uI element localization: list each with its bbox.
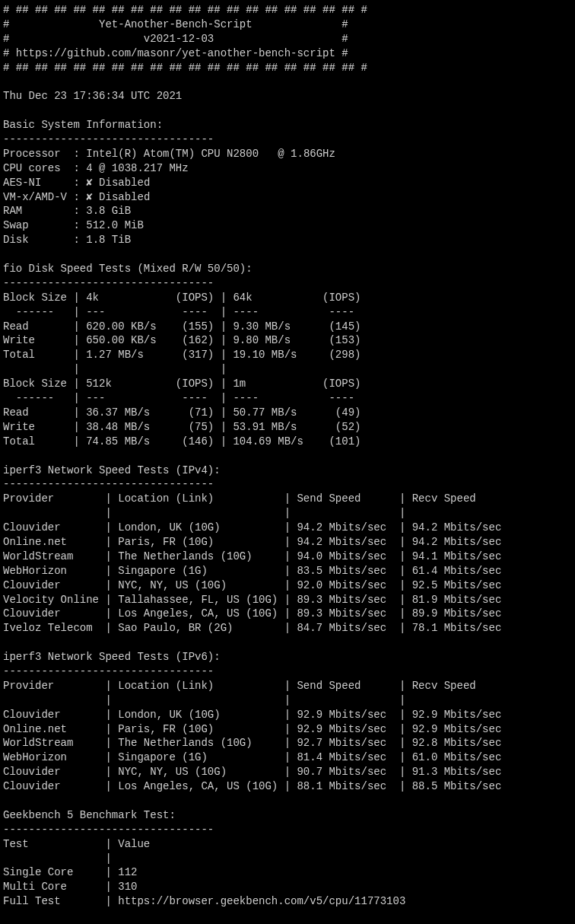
geekbench-full-test: Full Test | https://browser.geekbench.co… bbox=[3, 895, 405, 907]
run-timestamp: Thu Dec 23 17:36:34 UTC 2021 bbox=[3, 90, 182, 102]
geekbench-header: Geekbench 5 Benchmark Test: bbox=[3, 809, 176, 821]
iperf4-row: Clouvider | London, UK (10G) | 94.2 Mbit… bbox=[3, 521, 508, 534]
fio-write-2: Write | 38.48 MB/s (75) | 53.91 MB/s (52… bbox=[3, 421, 361, 433]
geekbench-dashes: --------------------------------- bbox=[3, 824, 214, 836]
geekbench-blank: | bbox=[3, 852, 310, 865]
iperf6-dashes: --------------------------------- bbox=[3, 665, 214, 677]
iperf4-row: Iveloz Telecom | Sao Paulo, BR (2G) | 84… bbox=[3, 622, 508, 634]
sysinfo-vmx: Disabled bbox=[99, 191, 150, 203]
geekbench-columns: Test | Value bbox=[3, 838, 310, 850]
iperf6-row: Online.net | Paris, FR (10G) | 92.9 Mbit… bbox=[3, 723, 508, 735]
iperf4-header: iperf3 Network Speed Tests (IPv4): bbox=[3, 464, 221, 476]
sysinfo-header: Basic System Information: bbox=[3, 119, 163, 131]
iperf6-row: Clouvider | Los Angeles, CA, US (10G) | … bbox=[3, 780, 508, 792]
iperf6-header: iperf3 Network Speed Tests (IPv6): bbox=[3, 651, 221, 663]
sysinfo-disk: 1.8 TiB bbox=[86, 234, 131, 246]
fio-blank-1: | | bbox=[3, 363, 361, 375]
terminal-output: # ## ## ## ## ## ## ## ## ## ## ## ## ##… bbox=[0, 0, 575, 912]
sysinfo-ram-label: RAM : bbox=[3, 205, 80, 217]
iperf4-row: Clouvider | NYC, NY, US (10G) | 92.0 Mbi… bbox=[3, 579, 508, 591]
sysinfo-dashes: --------------------------------- bbox=[3, 133, 214, 145]
sysinfo-aesni: Disabled bbox=[99, 177, 150, 189]
fio-dashes-1: ------ | --- ---- | ---- ---- bbox=[3, 306, 361, 318]
geekbench-single-core: Single Core | 112 bbox=[3, 866, 310, 878]
iperf6-blank: | | | bbox=[3, 694, 508, 706]
iperf4-row: Clouvider | Los Angeles, CA, US (10G) | … bbox=[3, 607, 508, 620]
fio-total-1: Total | 1.27 MB/s (317) | 19.10 MB/s (29… bbox=[3, 349, 361, 361]
geekbench-multi-core: Multi Core | 310 bbox=[3, 881, 310, 893]
banner-title: # Yet-Another-Bench-Script # bbox=[3, 18, 348, 30]
iperf4-row: Online.net | Paris, FR (10G) | 94.2 Mbit… bbox=[3, 536, 508, 548]
sysinfo-cores: 4 @ 1038.217 MHz bbox=[86, 162, 188, 174]
sysinfo-processor-label: Processor : bbox=[3, 148, 80, 160]
fio-block-header-2: Block Size | 512k (IOPS) | 1m (IOPS) bbox=[3, 378, 361, 390]
banner-border-top: # ## ## ## ## ## ## ## ## ## ## ## ## ##… bbox=[3, 4, 367, 16]
iperf6-row: WorldStream | The Netherlands (10G) | 92… bbox=[3, 737, 508, 749]
sysinfo-aesni-label: AES-NI : bbox=[3, 177, 80, 189]
fio-dashes-2: ------ | --- ---- | ---- ---- bbox=[3, 392, 361, 404]
sysinfo-ram: 3.8 GiB bbox=[86, 205, 131, 217]
fio-read-2: Read | 36.37 MB/s (71) | 50.77 MB/s (49) bbox=[3, 406, 361, 419]
cross-icon: ✘ bbox=[86, 191, 92, 203]
fio-read-1: Read | 620.00 KB/s (155) | 9.30 MB/s (14… bbox=[3, 320, 361, 333]
fio-total-2: Total | 74.85 MB/s (146) | 104.69 MB/s (… bbox=[3, 435, 361, 448]
iperf6-row: Clouvider | NYC, NY, US (10G) | 90.7 Mbi… bbox=[3, 766, 508, 778]
cross-icon: ✘ bbox=[86, 177, 92, 189]
banner-border-bottom: # ## ## ## ## ## ## ## ## ## ## ## ## ##… bbox=[3, 62, 367, 74]
fio-header: fio Disk Speed Tests (Mixed R/W 50/50): bbox=[3, 263, 253, 275]
sysinfo-processor: Intel(R) Atom(TM) CPU N2800 @ 1.86GHz bbox=[86, 148, 335, 160]
iperf6-row: Clouvider | London, UK (10G) | 92.9 Mbit… bbox=[3, 709, 508, 721]
banner-version: # v2021-12-03 # bbox=[3, 33, 348, 45]
iperf4-row: WorldStream | The Netherlands (10G) | 94… bbox=[3, 550, 508, 562]
iperf4-dashes: --------------------------------- bbox=[3, 478, 214, 490]
sysinfo-swap-label: Swap : bbox=[3, 219, 80, 231]
fio-dashes: --------------------------------- bbox=[3, 277, 214, 289]
sysinfo-vmx-label: VM-x/AMD-V : bbox=[3, 191, 80, 203]
iperf6-columns: Provider | Location (Link) | Send Speed … bbox=[3, 680, 508, 692]
iperf4-row: WebHorizon | Singapore (1G) | 83.5 Mbits… bbox=[3, 565, 508, 577]
iperf4-row: Velocity Online | Tallahassee, FL, US (1… bbox=[3, 594, 508, 606]
sysinfo-cores-label: CPU cores : bbox=[3, 162, 80, 174]
iperf6-row: WebHorizon | Singapore (1G) | 81.4 Mbits… bbox=[3, 751, 508, 763]
sysinfo-swap: 512.0 MiB bbox=[86, 219, 144, 231]
sysinfo-disk-label: Disk : bbox=[3, 234, 80, 246]
fio-write-1: Write | 650.00 KB/s (162) | 9.80 MB/s (1… bbox=[3, 334, 361, 346]
iperf4-blank: | | | bbox=[3, 507, 508, 519]
fio-block-header-1: Block Size | 4k (IOPS) | 64k (IOPS) bbox=[3, 292, 361, 304]
iperf4-columns: Provider | Location (Link) | Send Speed … bbox=[3, 492, 508, 505]
banner-url: # https://github.com/masonr/yet-another-… bbox=[3, 47, 348, 59]
